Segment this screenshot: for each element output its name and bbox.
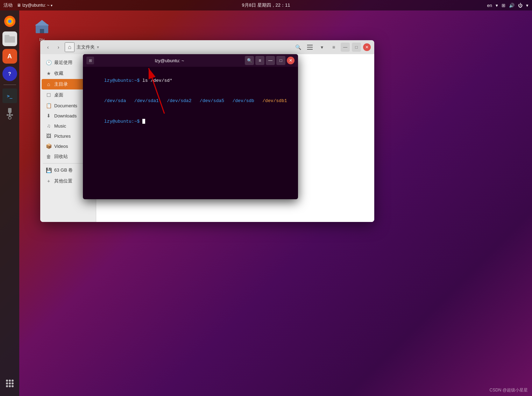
fm-view-arrow-button[interactable]: ▾	[317, 42, 327, 52]
term-minimize-button[interactable]: —	[266, 56, 275, 65]
svg-rect-24	[307, 47, 313, 48]
terminal-window: ⊞ lzy@ubuntu: ~ 🔍 ≡ — □ ✕ lzy@ubuntu:~$ …	[83, 54, 298, 199]
term-command-1: ls /dev/sd*	[142, 78, 172, 83]
power-icon[interactable]: ⏻	[518, 3, 523, 8]
svg-rect-4	[5, 36, 15, 43]
fm-titlebar: ‹ › ⌂ 主文件夹 ▾ 🔍 ▾ ≡ — □ ✕	[40, 40, 374, 54]
trash-icon: 🗑	[46, 154, 51, 159]
fm-maximize-button[interactable]: □	[352, 43, 361, 52]
dock: A ? >_	[0, 10, 19, 396]
sidebar-item-volume-label: 63 GB 卷	[54, 167, 73, 173]
dock-appstore[interactable]: A	[2, 49, 17, 64]
svg-rect-23	[307, 45, 313, 45]
svg-point-16	[12, 382, 14, 384]
term-body[interactable]: lzy@ubuntu:~$ ls /dev/sd* /dev/sda /dev/…	[83, 67, 298, 199]
term-search-button[interactable]: 🔍	[245, 56, 254, 65]
activities-button[interactable]: 活动	[3, 2, 13, 8]
terminal-window-icon: 🖥	[17, 3, 21, 8]
topbar-lang-arrow: ▾	[496, 3, 498, 8]
network-icon[interactable]: ⊞	[502, 3, 505, 8]
sidebar-item-music-label: Music	[54, 123, 66, 129]
fm-path: 主文件夹	[77, 44, 95, 50]
bookmarks-icon: ★	[46, 71, 51, 76]
term-menu-button[interactable]: ≡	[255, 56, 264, 65]
sidebar-item-downloads-label: Downloads	[54, 113, 77, 118]
svg-point-11	[6, 380, 8, 382]
svg-rect-6	[8, 108, 12, 113]
fm-search-button[interactable]: 🔍	[293, 42, 303, 52]
term-dev-sda: /dev/sda /dev/sda1 /dev/sda2 /dev/sda5 /…	[104, 98, 254, 103]
fm-titlebar-right: 🔍 ▾ ≡ — □ ✕	[293, 42, 371, 52]
fm-location-bar: 主文件夹 ▾	[77, 44, 291, 50]
watermark: CSDN @超级小星星	[489, 387, 528, 393]
fm-minimize-button[interactable]: —	[341, 43, 350, 52]
svg-point-17	[6, 385, 8, 387]
svg-point-18	[9, 385, 11, 387]
sidebar-item-videos-label: Videos	[54, 144, 68, 149]
svg-rect-22	[40, 29, 44, 33]
svg-rect-9	[7, 114, 9, 116]
sidebar-item-trash-label: 回收站	[54, 153, 68, 160]
term-line-1: lzy@ubuntu:~$ ls /dev/sd*	[88, 70, 293, 91]
pictures-icon: 🖼	[46, 133, 51, 139]
fm-close-button[interactable]: ✕	[363, 43, 371, 51]
term-titlebar: ⊞ lzy@ubuntu: ~ 🔍 ≡ — □ ✕	[83, 54, 298, 67]
volume-icon-sm: 💾	[46, 167, 51, 173]
sidebar-item-desktop-label: 桌面	[54, 92, 63, 98]
terminal-taskbar[interactable]: 🖥 lzy@ubuntu: ~ ▾	[17, 3, 52, 8]
topbar-arrow: ▾	[526, 3, 529, 8]
term-prompt-2: lzy@ubuntu:~$	[104, 119, 142, 124]
sidebar-item-bookmarks-label: 收藏	[54, 70, 63, 77]
svg-point-12	[9, 380, 11, 382]
documents-icon: 📋	[46, 103, 51, 108]
dock-back[interactable]: ?	[2, 66, 17, 81]
volume-icon[interactable]: 🔊	[509, 3, 515, 8]
dock-firefox[interactable]	[2, 14, 17, 29]
term-titlebar-left: ⊞	[86, 57, 94, 64]
sidebar-item-recent-label: 最近使用	[54, 59, 72, 66]
terminal-taskbar-arrow: ▾	[51, 3, 52, 7]
svg-point-15	[9, 382, 11, 384]
home-icon: ⌂	[46, 81, 51, 87]
term-prompt-1: lzy@ubuntu:~$	[104, 78, 142, 83]
term-cursor	[142, 119, 145, 124]
sidebar-item-documents-label: Documents	[54, 103, 77, 108]
fm-back-button[interactable]: ‹	[44, 43, 52, 51]
sidebar-item-pictures-label: Pictures	[54, 134, 71, 139]
term-close-button[interactable]: ✕	[287, 57, 295, 64]
terminal-taskbar-label: lzy@ubuntu: ~	[22, 3, 49, 8]
term-titlebar-right: 🔍 ≡ — □ ✕	[245, 56, 295, 65]
topbar: 活动 🖥 lzy@ubuntu: ~ ▾ 9月8日 星期四，22：11 en ▾…	[0, 0, 532, 10]
music-icon: ♫	[46, 123, 51, 129]
downloads-icon: ⬇	[46, 113, 51, 118]
fm-path-arrow: ▾	[97, 45, 99, 50]
sidebar-item-home-label: 主目录	[54, 81, 68, 87]
fm-menu-button[interactable]: ≡	[329, 42, 339, 52]
dock-files[interactable]	[2, 31, 17, 46]
svg-marker-21	[35, 20, 49, 26]
svg-rect-25	[307, 49, 313, 50]
recent-icon: 🕐	[46, 60, 51, 65]
svg-point-2	[8, 20, 12, 23]
other-locations-icon: +	[46, 178, 51, 184]
term-line-2: /dev/sda /dev/sda1 /dev/sda2 /dev/sda5 /…	[88, 91, 293, 111]
fm-view-list-button[interactable]	[305, 42, 315, 52]
sidebar-item-other-label: 其他位置	[54, 178, 72, 184]
term-maximize-button[interactable]: □	[276, 56, 285, 65]
term-dev-sdb: /dev/sdb1	[254, 98, 287, 103]
term-tab-icon: ⊞	[86, 57, 94, 64]
svg-point-14	[6, 382, 8, 384]
topbar-lang[interactable]: en	[487, 3, 492, 8]
topbar-datetime: 9月8日 星期四，22：11	[242, 2, 290, 8]
svg-rect-5	[5, 35, 9, 37]
videos-icon: 📦	[46, 143, 51, 149]
dock-usb[interactable]	[2, 106, 17, 121]
fm-home-button[interactable]: ⌂	[65, 42, 75, 52]
term-line-3: lzy@ubuntu:~$	[88, 111, 293, 132]
desktop-icon-sm: ☐	[46, 92, 51, 98]
dock-show-apps[interactable]	[2, 376, 17, 391]
fm-forward-button[interactable]: ›	[54, 43, 63, 51]
svg-point-19	[12, 385, 14, 387]
svg-point-13	[12, 380, 14, 382]
dock-terminal[interactable]: >_	[2, 88, 17, 103]
